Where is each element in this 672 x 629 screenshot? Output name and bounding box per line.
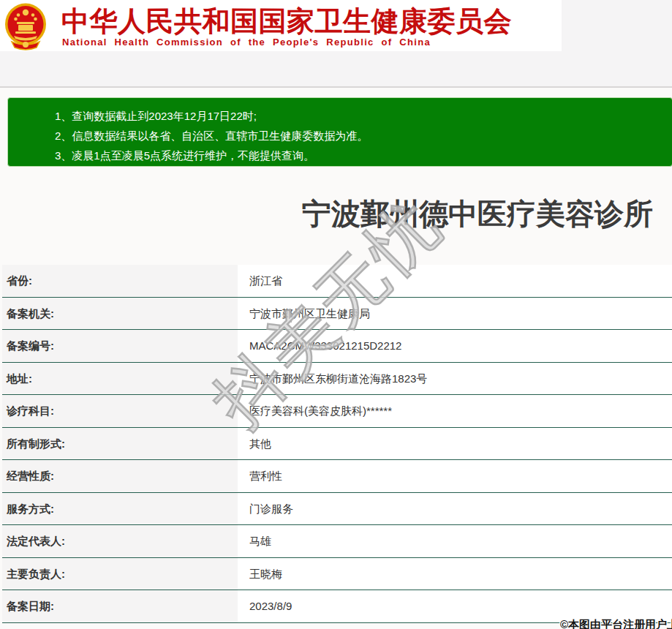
prc-national-emblem-icon — [4, 2, 47, 53]
field-value: 浙江省 — [238, 265, 672, 297]
notice-line-3: 3、凌晨1点至凌晨5点系统进行维护，不能提供查询。 — [55, 146, 665, 165]
field-value: 门诊服务 — [238, 493, 672, 525]
notice-box: 1、查询数据截止到2023年12月17日22时; 2、信息数据结果以各省、自治区… — [7, 97, 672, 167]
field-label: 主要负责人: — [2, 558, 238, 590]
table-row: 服务方式: 门诊服务 — [2, 493, 672, 526]
field-label: 备案编号: — [2, 330, 238, 362]
table-row: 备案编号: MACA2CMW333021215D2212 — [2, 330, 672, 363]
table-row: 法定代表人: 马雄 — [2, 525, 672, 558]
field-value: 宁波市鄞州区卫生健康局 — [238, 298, 672, 330]
table-row: 经营性质: 营利性 — [2, 460, 672, 493]
field-label: 地址: — [2, 363, 238, 395]
field-value: 2023/8/9 — [238, 590, 672, 622]
table-row: 所有制形式: 其他 — [2, 428, 672, 461]
field-label: 服务方式: — [2, 493, 238, 525]
institution-name-title: 宁波鄞州德中医疗美容诊所 — [302, 199, 653, 228]
table-row: 主要负责人: 王晓梅 — [2, 558, 672, 591]
table-row: 地址: 宁波市鄞州区东柳街道沧海路1823号 — [2, 363, 672, 396]
notice-line-2: 2、信息数据结果以各省、自治区、直辖市卫生健康委数据为准。 — [55, 126, 665, 146]
field-value: 马雄 — [238, 525, 672, 557]
site-title-en: National Health Commission of the People… — [62, 37, 431, 48]
site-header: 中华人民共和国国家卫生健康委员会 National Health Commiss… — [0, 0, 562, 51]
notice-line-1: 1、查询数据截止到2023年12月17日22时; — [55, 106, 665, 126]
field-label: 所有制形式: — [2, 428, 238, 460]
field-label: 经营性质: — [2, 460, 238, 492]
site-title-zh: 中华人民共和国国家卫生健康委员会 — [61, 3, 512, 40]
table-row: 省份: 浙江省 — [2, 265, 672, 298]
field-label: 法定代表人: — [2, 525, 238, 557]
record-table: 省份: 浙江省 备案机关: 宁波市鄞州区卫生健康局 备案编号: MACA2CMW… — [2, 265, 672, 623]
field-label: 备案日期: — [2, 590, 238, 622]
field-value: 宁波市鄞州区东柳街道沧海路1823号 — [238, 363, 672, 395]
field-label: 省份: — [2, 265, 238, 297]
field-value: 营利性 — [238, 460, 672, 492]
field-value: 其他 — [238, 428, 672, 460]
table-row: 诊疗科目: 医疗美容科(美容皮肤科)****** — [2, 395, 672, 428]
table-row: 备案机关: 宁波市鄞州区卫生健康局 — [2, 298, 672, 331]
field-value: MACA2CMW333021215D2212 — [238, 330, 672, 362]
field-value: 王晓梅 — [238, 558, 672, 590]
field-label: 诊疗科目: — [2, 395, 238, 427]
field-label: 备案机关: — [2, 298, 238, 330]
field-value: 医疗美容科(美容皮肤科)****** — [238, 395, 672, 427]
image-credit-watermark: ©本图由平台注册用户上传 — [560, 618, 672, 629]
